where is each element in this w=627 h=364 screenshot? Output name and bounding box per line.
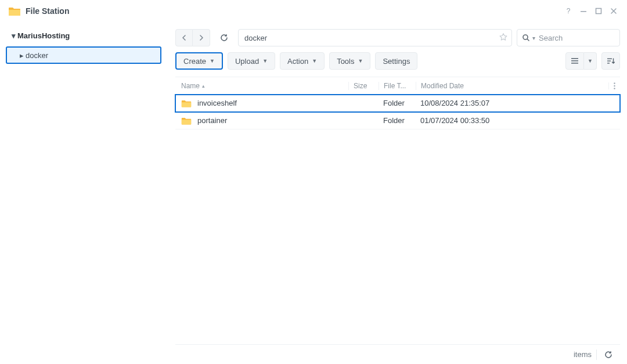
sort-button[interactable] — [601, 52, 620, 70]
svg-rect-6 — [571, 63, 578, 64]
svg-rect-5 — [571, 60, 578, 62]
svg-point-11 — [614, 85, 615, 86]
settings-label: Settings — [383, 57, 410, 66]
action-label: Action — [287, 57, 308, 66]
caret-down-icon: ▼ — [312, 58, 317, 64]
folder-icon — [181, 98, 192, 109]
create-label: Create — [183, 57, 206, 66]
nav-group — [175, 29, 210, 46]
col-date-header[interactable]: Modified Date — [416, 82, 608, 90]
status-items-label: items — [574, 350, 592, 359]
view-mode-caret-icon[interactable]: ▼ — [584, 52, 597, 70]
table-row[interactable]: portainerFolder01/07/2024 00:33:50 — [175, 112, 620, 129]
tree-root-item[interactable]: ▾ MariusHosting — [6, 28, 161, 43]
caret-down-icon: ▼ — [210, 58, 215, 64]
search-icon — [522, 34, 530, 42]
search-options-caret-icon[interactable]: ▾ — [532, 35, 535, 41]
sort-asc-icon: ▴ — [202, 83, 205, 89]
help-icon[interactable]: ? — [561, 3, 576, 19]
sidebar: ▾ MariusHosting ▸ docker — [0, 22, 168, 364]
file-date: 01/07/2024 00:33:50 — [416, 116, 608, 125]
main-panel: docker ▾ Search Create ▼ Upload ▼ — [168, 22, 627, 364]
svg-point-10 — [614, 82, 615, 84]
file-date: 10/08/2024 21:35:07 — [416, 99, 608, 107]
file-table: Name ▴ Size File T... Modified Date invo… — [175, 77, 620, 344]
col-menu-button[interactable] — [608, 82, 620, 89]
svg-rect-7 — [607, 59, 612, 59]
path-input[interactable]: docker — [238, 29, 512, 46]
col-name-header[interactable]: Name ▴ — [175, 82, 348, 90]
table-row[interactable]: invoiceshelfFolder10/08/2024 21:35:07 — [175, 95, 620, 112]
refresh-button[interactable] — [215, 29, 233, 46]
col-type-header[interactable]: File T... — [379, 82, 416, 90]
upload-button[interactable]: Upload ▼ — [228, 52, 275, 70]
svg-rect-1 — [581, 11, 586, 12]
tree-root-label: MariusHosting — [17, 31, 70, 40]
svg-rect-4 — [571, 58, 578, 59]
caret-down-icon: ▼ — [358, 58, 363, 64]
create-button[interactable]: Create ▼ — [175, 52, 223, 70]
status-refresh-button[interactable] — [601, 348, 615, 362]
favorite-star-icon[interactable] — [499, 33, 508, 44]
title-bar: File Station ? — [0, 0, 627, 22]
file-name: invoiceshelf — [197, 99, 237, 107]
view-mode-button[interactable]: ▼ — [565, 52, 597, 70]
tools-label: Tools — [337, 57, 354, 66]
caret-right-icon: ▸ — [17, 51, 26, 60]
search-input[interactable]: ▾ Search — [517, 29, 620, 46]
file-type: Folder — [379, 99, 416, 107]
close-icon[interactable] — [606, 3, 621, 19]
tree-item-label: docker — [26, 51, 48, 60]
app-title: File Station — [26, 6, 69, 16]
caret-down-icon: ▼ — [262, 58, 268, 64]
path-text: docker — [244, 34, 267, 42]
settings-button[interactable]: Settings — [375, 52, 417, 70]
upload-label: Upload — [235, 57, 259, 66]
col-size-header[interactable]: Size — [348, 82, 379, 90]
svg-rect-9 — [607, 63, 610, 63]
search-placeholder: Search — [539, 34, 563, 42]
tree-item-docker[interactable]: ▸ docker — [6, 46, 161, 64]
svg-rect-8 — [607, 60, 611, 61]
nav-back-button[interactable] — [175, 29, 193, 46]
app-folder-icon — [8, 5, 21, 17]
file-name: portainer — [197, 116, 227, 125]
nav-forward-button[interactable] — [193, 29, 210, 46]
caret-down-icon: ▾ — [9, 31, 17, 40]
svg-point-12 — [614, 88, 615, 89]
table-header: Name ▴ Size File T... Modified Date — [175, 77, 620, 95]
folder-icon — [181, 116, 192, 126]
action-button[interactable]: Action ▼ — [280, 52, 325, 70]
status-bar: items — [175, 344, 620, 364]
minimize-icon[interactable] — [576, 3, 591, 19]
file-type: Folder — [379, 116, 416, 125]
maximize-icon[interactable] — [591, 3, 606, 19]
list-view-icon[interactable] — [565, 52, 584, 70]
tools-button[interactable]: Tools ▼ — [329, 52, 370, 70]
svg-rect-2 — [596, 9, 601, 14]
svg-text:?: ? — [567, 7, 571, 15]
